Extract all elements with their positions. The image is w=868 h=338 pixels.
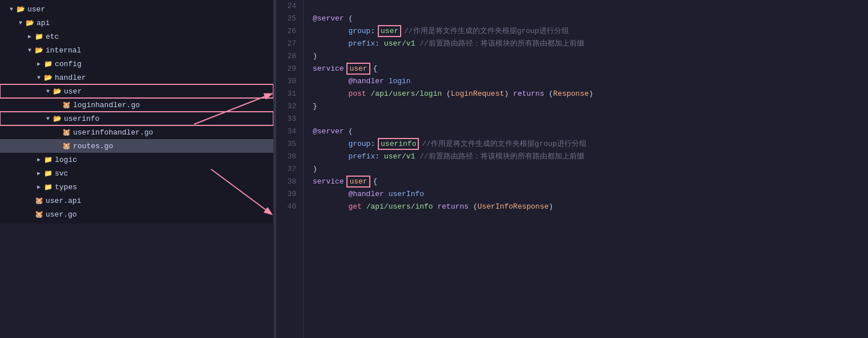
folder-icon xyxy=(43,182,53,192)
code-token: Response xyxy=(553,89,588,98)
tree-item-routes[interactable]: 🐹routes.go xyxy=(0,139,273,153)
tree-item-etc[interactable]: etc xyxy=(0,30,273,43)
line-number: 26 xyxy=(281,25,296,38)
code-token: @server xyxy=(313,14,344,23)
code-token: service xyxy=(313,177,344,186)
tree-item-label: types xyxy=(55,183,77,192)
tree-item-logic[interactable]: logic xyxy=(0,153,273,166)
code-token: : xyxy=(370,140,380,148)
code-token: UserInfoResponse xyxy=(478,202,549,211)
code-token: ( xyxy=(344,127,353,136)
code-token: get xyxy=(313,202,362,211)
line-number: 25 xyxy=(281,13,296,25)
gopher-icon: 🐹 xyxy=(62,141,71,150)
line-number: 27 xyxy=(281,38,296,50)
chevron-down-icon xyxy=(43,87,53,96)
tree-item-label: routes.go xyxy=(73,142,113,150)
tree-item-label: svc xyxy=(55,169,68,178)
tree-item-api[interactable]: api xyxy=(0,16,273,30)
chevron-down-icon xyxy=(43,114,53,123)
code-token: //作用是将文件生成的文件夹根据group进行分组 xyxy=(422,140,587,148)
tree-item-handler[interactable]: handler xyxy=(0,71,273,84)
code-line: group: userinfo //作用是将文件生成的文件夹根据group进行分… xyxy=(313,138,859,150)
code-token: { xyxy=(369,64,378,73)
code-line: @server ( xyxy=(313,13,859,25)
code-token: ( xyxy=(442,89,451,98)
code-token: ) xyxy=(589,89,594,98)
folder-icon xyxy=(43,169,53,178)
gopher-icon: 🐹 xyxy=(34,196,43,205)
folder-icon xyxy=(34,32,43,41)
tree-item-internal[interactable]: internal xyxy=(0,43,273,57)
code-token: login xyxy=(389,77,411,85)
tree-item-label: handler xyxy=(55,74,86,82)
code-token xyxy=(362,202,366,211)
tree-item-label: config xyxy=(55,60,82,68)
folder-icon xyxy=(34,46,43,55)
code-token: @handler xyxy=(313,77,384,85)
code-token: user/v1 xyxy=(384,39,415,48)
tree-item-userinfohandler[interactable]: 🐹userinfohandler.go xyxy=(0,125,273,139)
folder-icon xyxy=(53,87,62,96)
code-token: /api/users/info xyxy=(366,202,433,211)
tree-item-config[interactable]: config xyxy=(0,57,273,71)
code-container: 2425262728293031323334353637383940 @serv… xyxy=(276,0,868,338)
line-number: 34 xyxy=(281,125,296,138)
tree-item-userinfo-folder[interactable]: userinfo xyxy=(0,112,273,125)
code-token: ( xyxy=(344,14,353,23)
chevron-right-icon xyxy=(34,182,43,192)
highlighted-token: user xyxy=(348,64,368,73)
code-token xyxy=(384,77,389,85)
line-number: 30 xyxy=(281,75,296,88)
tree-item-user-root[interactable]: user xyxy=(0,2,273,16)
tree-item-label: user.api xyxy=(46,197,81,205)
tree-item-label: user xyxy=(64,87,82,96)
code-editor: 2425262728293031323334353637383940 @serv… xyxy=(276,0,868,338)
chevron-right-icon xyxy=(34,155,43,164)
code-line: group: user //作用是将文件生成的文件夹根据group进行分组 xyxy=(313,25,859,38)
code-token: group xyxy=(313,140,370,148)
tree-item-label: logic xyxy=(55,156,77,164)
code-line: service user { xyxy=(313,63,859,75)
code-line: } xyxy=(313,100,859,113)
tree-item-types[interactable]: types xyxy=(0,180,273,194)
code-line: get /api/users/info returns (UserInfoRes… xyxy=(313,201,859,213)
chevron-right-icon xyxy=(34,169,43,178)
code-line: ) xyxy=(313,50,859,63)
tree-item-label: user xyxy=(27,5,45,14)
code-token: service xyxy=(313,64,344,73)
code-token: user/v1 xyxy=(384,152,415,161)
tree-item-user-go[interactable]: 🐹user.go xyxy=(0,207,273,221)
line-number: 33 xyxy=(281,113,296,125)
folder-icon xyxy=(53,114,62,123)
tree-item-label: loginhandler.go xyxy=(73,101,140,109)
code-line: post /api/users/login (LoginRequest) ret… xyxy=(313,88,859,100)
code-line: @server ( xyxy=(313,125,859,138)
code-token: //前置路由路径：将该模块的所有路由都加上前缀 xyxy=(419,39,584,48)
code-token xyxy=(384,190,389,198)
code-line: @handler login xyxy=(313,75,859,88)
code-token: //作用是将文件生成的文件夹根据group进行分组 xyxy=(404,27,569,35)
line-number: 28 xyxy=(281,50,296,63)
code-token: ) xyxy=(313,52,317,60)
code-token: ( xyxy=(544,89,554,98)
highlighted-token: user xyxy=(380,27,399,35)
code-token: group xyxy=(313,27,370,35)
sidebar-wrapper: userapietcinternalconfighandleruser🐹logi… xyxy=(0,0,274,338)
line-number: 39 xyxy=(281,188,296,201)
chevron-down-icon xyxy=(25,46,34,55)
highlighted-token: userinfo xyxy=(380,140,417,148)
tree-item-user-folder[interactable]: user xyxy=(0,84,273,98)
highlighted-token: user xyxy=(348,177,368,186)
tree-item-svc[interactable]: svc xyxy=(0,166,273,180)
code-token: : xyxy=(370,27,380,35)
gopher-icon: 🐹 xyxy=(34,210,43,219)
code-line xyxy=(313,0,859,13)
code-line: @handler userInfo xyxy=(313,188,859,201)
tree-item-loginhandler[interactable]: 🐹loginhandler.go xyxy=(0,98,273,112)
line-numbers: 2425262728293031323334353637383940 xyxy=(276,0,304,338)
tree-item-user-api[interactable]: 🐹user.api xyxy=(0,194,273,207)
code-token: : xyxy=(375,152,384,161)
code-token: ) xyxy=(313,165,317,173)
file-tree: userapietcinternalconfighandleruser🐹logi… xyxy=(0,0,274,223)
